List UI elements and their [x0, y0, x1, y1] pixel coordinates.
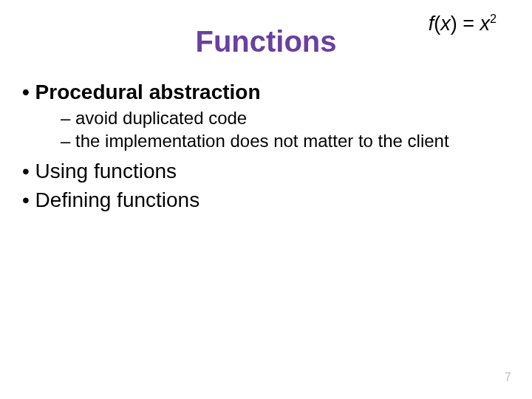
sub-bullet-1: avoid duplicated code	[61, 106, 513, 129]
bullet-list: Procedural abstraction avoid duplicated …	[19, 79, 513, 213]
slide: f(x) = x2 Functions Procedural abstracti…	[0, 0, 532, 399]
formula-arg: x	[440, 13, 451, 35]
formula-eq: =	[457, 13, 480, 35]
bullet-2: Using functions	[22, 158, 513, 184]
formula: f(x) = x2	[429, 12, 497, 35]
formula-base: x	[480, 13, 490, 35]
formula-exp: 2	[490, 12, 497, 25]
sub-bullet-2: the implementation does not matter to th…	[61, 129, 513, 152]
content: Procedural abstraction avoid duplicated …	[19, 79, 513, 213]
bullet-3: Defining functions	[22, 187, 513, 213]
bullet-1: Procedural abstraction avoid duplicated …	[22, 79, 513, 152]
sub-bullet-list: avoid duplicated code the implementation…	[40, 106, 513, 152]
page-number: 7	[505, 371, 511, 384]
bullet-1-text: Procedural abstraction	[35, 81, 261, 103]
